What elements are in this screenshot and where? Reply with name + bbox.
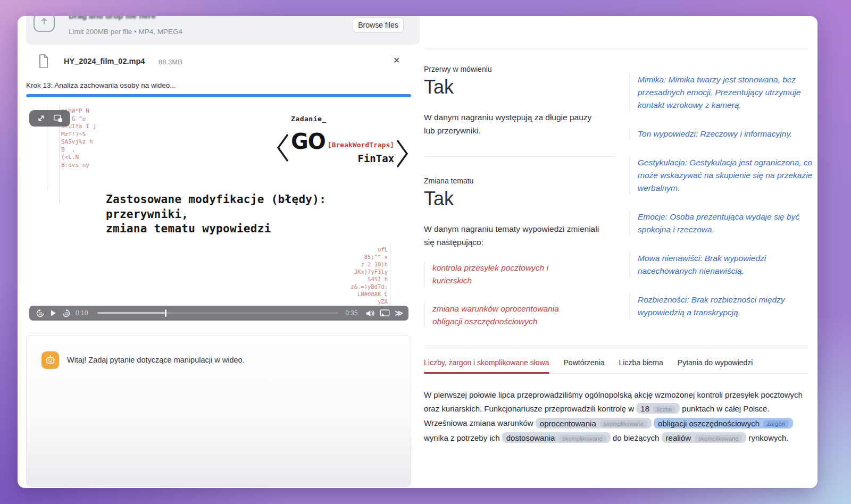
logo-fintax-text: FinTax — [291, 153, 394, 164]
video-glitch-line — [390, 242, 390, 314]
forward-15-icon[interactable]: 15 — [62, 309, 71, 318]
svg-text:15: 15 — [64, 312, 69, 315]
remove-file-button[interactable]: ✕ — [393, 55, 400, 65]
cast-screen-icon[interactable] — [380, 309, 390, 317]
topic-quotes-list: kontrola przesyłek pocztowych i kuriersk… — [424, 262, 589, 328]
glitch-text-line: LN#0BAK C — [324, 290, 388, 298]
tab-1[interactable]: Powtórzenia — [564, 358, 605, 373]
glitch-text-line: {<L.N — [61, 154, 96, 162]
glitch-text-line: S4SI h — [324, 275, 388, 283]
bot-welcome-message: Witaj! Zadaj pytanie dotyczące manipulac… — [67, 356, 245, 364]
seek-handle[interactable] — [165, 309, 167, 317]
divider — [424, 346, 809, 346]
rewind-15-icon[interactable]: 15 — [36, 309, 45, 318]
tab-2[interactable]: Liczba bierna — [619, 358, 663, 373]
picture-in-picture-icon[interactable] — [53, 114, 63, 123]
drag-drop-hint-cropped: Drag and drop file here — [69, 16, 207, 23]
tab-0[interactable]: Liczby, żargon i skomplikowane słowa — [424, 358, 549, 373]
breakwordtraps-logo: GO [BreakWordTraps] FinTax — [275, 125, 410, 170]
logo-right-chevron-icon — [395, 137, 410, 170]
glitch-text-line: ufL — [324, 246, 388, 253]
current-time: 0:10 — [76, 309, 90, 317]
logo-left-chevron-icon — [275, 131, 290, 164]
analysis-tabs: Liczby, żargon i skomplikowane słowaPowt… — [424, 358, 809, 374]
bot-avatar — [41, 351, 59, 369]
video-caption: Zastosowane modyfikacje (błędy): przeryw… — [106, 192, 326, 237]
divider — [424, 156, 615, 157]
topic-quote: zmiana warunków oprocentowania obligacji… — [424, 303, 589, 328]
caption-line: zmiana tematu wypowiedzi — [106, 222, 326, 237]
token-tag: skomplikowane — [600, 420, 647, 427]
caption-line: przerywniki, — [106, 207, 326, 222]
token-tag: skomplikowane — [695, 435, 742, 442]
svg-text:15: 15 — [38, 312, 43, 315]
play-icon[interactable] — [49, 309, 57, 317]
seek-bar[interactable] — [97, 312, 338, 314]
transcript-segment: rynkowych. — [746, 433, 788, 442]
glitch-text-line: z&,=)yBd7d; — [324, 283, 388, 290]
tab-3[interactable]: Pytania do wypowiedzi — [678, 358, 753, 373]
observation-quote: Mowa nienawiści: Brak wypowiedzi nacecho… — [629, 252, 816, 278]
observation-quote: Rozbieżności: Brak rozbieżności między w… — [629, 293, 816, 319]
metric-label-topic-change: Zmiana tematu — [424, 177, 473, 185]
caption-line: Zastosowane modyfikacje (błędy): — [106, 192, 326, 207]
chat-panel[interactable]: Witaj! Zadaj pytanie dotyczące manipulac… — [26, 335, 411, 487]
file-document-icon — [38, 54, 49, 70]
app-window: Drag and drop file here Limit 200MB per … — [18, 16, 817, 488]
glitch-text-line: SA5vj%z h — [61, 138, 96, 146]
step-progress-label: Krok 13: Analiza zachowania osoby na wid… — [26, 81, 176, 89]
robot-icon — [45, 355, 56, 366]
fullscreen-icon[interactable] — [37, 114, 46, 123]
glitch-text-line: B , — [61, 146, 96, 154]
video-controls-bar[interactable]: 15 15 0:10 0:35 ≫ — [29, 306, 408, 321]
glitch-text-line: 85;^^ x — [324, 253, 388, 261]
glitch-text-line: JKx|7yF3ly — [324, 268, 388, 275]
duration-time: 0:35 — [345, 309, 360, 317]
transcript-segment: wynika z potrzeby ich — [424, 433, 502, 442]
glitch-text-line: MzT!)~S — [61, 131, 96, 139]
volume-icon[interactable] — [365, 309, 375, 318]
annotated-transcript: W pierwszej połowie lipca przeprowadzili… — [424, 388, 804, 446]
more-controls-icon[interactable]: ≫ — [395, 308, 402, 318]
observation-quote: Emocje: Osoba prezentująca wydaje się by… — [629, 211, 816, 236]
metric-description-topic-change: W danym nagraniu tematy wypowiedzi zmien… — [424, 222, 607, 249]
divider — [424, 48, 809, 48]
transcript-token-complex: realiówskomplikowane — [662, 432, 747, 443]
metric-value-topic-change: Tak — [424, 187, 454, 211]
logo-bracket-text: [BreakWordTraps] — [328, 141, 394, 149]
glitch-text-line: B:dvs ny — [61, 162, 96, 170]
metric-value-pauses: Tak — [424, 75, 454, 99]
transcript-token-jargon: obligacji oszczędnościowychżargon — [654, 418, 793, 429]
uploaded-file-size: 88.3MB — [158, 58, 182, 66]
topic-quote: kontrola przesyłek pocztowych i kuriersk… — [424, 262, 589, 287]
glitch-text-line: z 2 10)h — [324, 261, 388, 268]
metric-description-pauses: W danym nagraniu występują za długie pau… — [424, 111, 599, 137]
token-tag: liczba — [653, 406, 675, 413]
transcript-segment: do bieżących — [611, 433, 662, 442]
transcript-token-number: 18liczba — [636, 403, 680, 414]
token-tag: skomplikowane — [558, 435, 606, 442]
observation-quote: Ton wypowiedzi: Rzeczowy i informacyjny. — [629, 128, 816, 140]
video-player[interactable]: pihW*P N G ^uSYUIfa I jMzT!)~SSA5vj%z hB… — [26, 101, 411, 322]
seek-bar-played — [97, 312, 165, 314]
video-overlay-buttons — [29, 110, 70, 127]
step-progress-fill — [26, 94, 411, 97]
transcript-token-complex: dostosowaniaskomplikowane — [502, 432, 611, 443]
metric-label-pauses: Przerwy w mówieniu — [424, 65, 492, 73]
glitch-text-line: yZA — [324, 298, 388, 305]
uploaded-file-name: HY_2024_film_02.mp4 — [64, 57, 145, 65]
behavior-observations-list: Mimika: Mimika twarzy jest stonowana, be… — [629, 73, 816, 319]
observation-quote: Gestykulacja: Gestykulacja jest ogranicz… — [629, 156, 816, 195]
transcript-token-complex: oprocentowaniaskomplikowane — [536, 418, 652, 429]
desktop-background: { "uploader": { "drag_hint": "Drag and d… — [0, 0, 851, 504]
step-progress-bar — [26, 94, 411, 97]
browse-files-button[interactable]: Browse files — [353, 17, 404, 33]
video-glitch-text-right: ufL85;^^ xz 2 10)hJKx|7yF3lyS4SI hz&,=)y… — [324, 246, 388, 305]
logo-go-text: GO — [291, 131, 326, 152]
upload-cloud-icon — [34, 16, 55, 32]
video-task-label: Zadanie_ — [291, 115, 327, 123]
upload-limit-caption: Limit 200MB per file • MP4, MPEG4 — [69, 28, 182, 36]
token-tag: żargon — [763, 420, 789, 427]
observation-quote: Mimika: Mimika twarzy jest stonowana, be… — [629, 73, 816, 112]
